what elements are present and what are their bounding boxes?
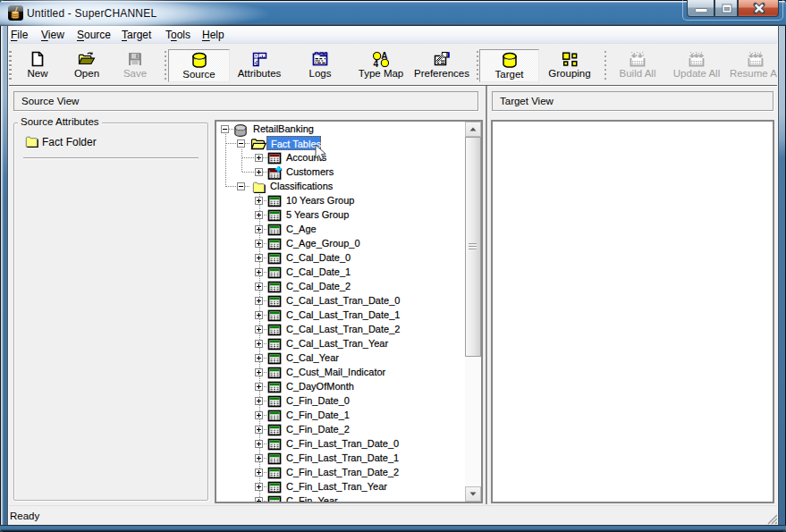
- svg-text:A: A: [381, 51, 387, 61]
- svg-text:4: 4: [374, 59, 379, 67]
